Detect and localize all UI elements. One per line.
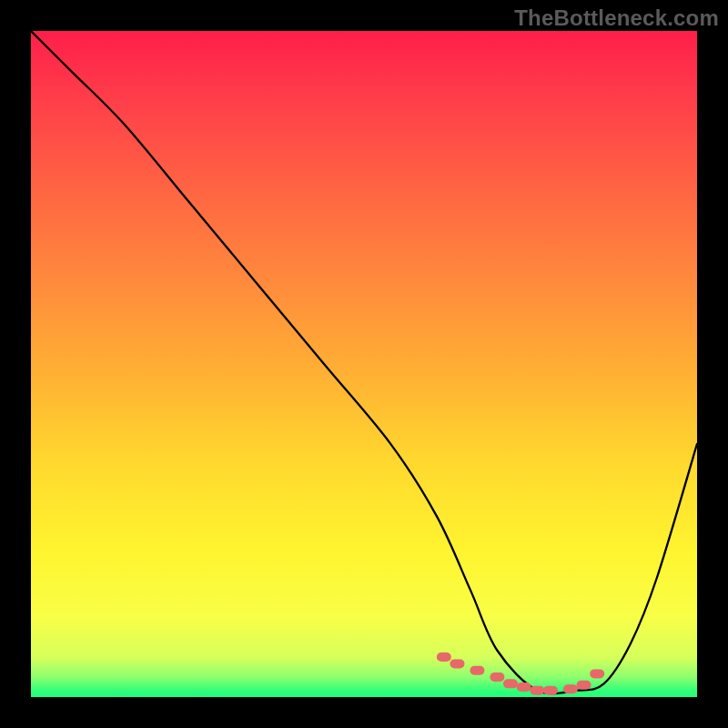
curve-marker bbox=[543, 686, 558, 695]
curve-marker bbox=[577, 681, 592, 690]
curve-marker bbox=[450, 659, 464, 668]
bottleneck-curve-line bbox=[31, 31, 697, 693]
curve-marker bbox=[503, 679, 518, 688]
curve-marker bbox=[563, 684, 578, 693]
bottleneck-curve-svg bbox=[31, 31, 697, 697]
curve-marker bbox=[517, 682, 531, 692]
curve-marker bbox=[590, 669, 604, 678]
curve-marker bbox=[490, 672, 504, 682]
curve-marker bbox=[470, 666, 484, 675]
curve-marker bbox=[530, 686, 544, 695]
curve-markers bbox=[437, 652, 604, 695]
curve-marker bbox=[437, 652, 451, 662]
chart-plot-area bbox=[31, 31, 697, 697]
watermark-text: TheBottleneck.com bbox=[514, 5, 719, 31]
